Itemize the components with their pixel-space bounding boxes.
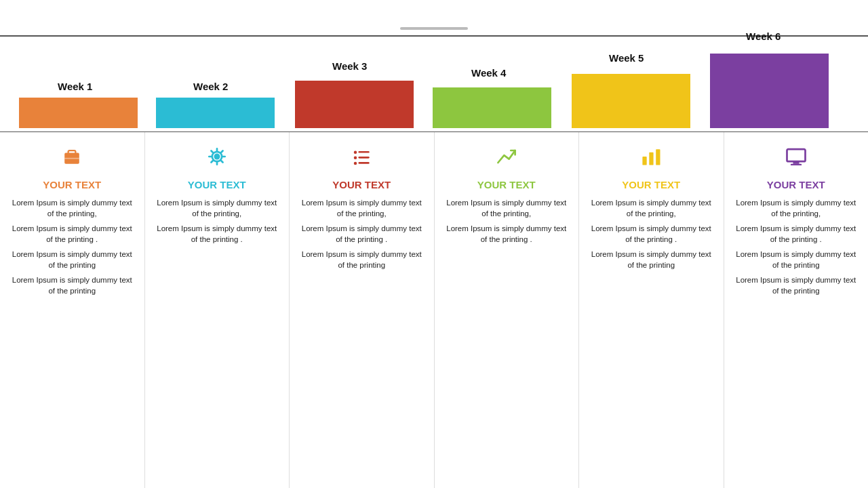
- title-underline: [400, 27, 468, 30]
- col-text-6-3: Lorem Ipsum is simply dummy text of the …: [735, 249, 858, 270]
- columns-area: YOUR TEXTLorem Ipsum is simply dummy tex…: [0, 131, 868, 489]
- col-title-1: YOUR TEXT: [43, 179, 101, 190]
- week-bar-1: [19, 98, 138, 128]
- col-text-5-3: Lorem Ipsum is simply dummy text of the …: [590, 249, 713, 270]
- col-icon-5: [639, 144, 663, 175]
- svg-rect-6: [359, 150, 370, 152]
- col-title-6: YOUR TEXT: [767, 179, 825, 190]
- col-icon-4: [494, 144, 519, 175]
- col-icon-1: [60, 144, 84, 175]
- col-text-6-2: Lorem Ipsum is simply dummy text of the …: [735, 223, 858, 245]
- col-text-6-4: Lorem Ipsum is simply dummy text of the …: [735, 274, 858, 296]
- svg-point-5: [354, 150, 357, 154]
- week-bar-4: [433, 87, 551, 128]
- column-3: YOUR TEXTLorem Ipsum is simply dummy tex…: [290, 132, 435, 489]
- column-2: YOUR TEXTLorem Ipsum is simply dummy tex…: [145, 132, 290, 489]
- col-icon-3: [349, 144, 374, 175]
- col-text-2-1: Lorem Ipsum is simply dummy text of the …: [156, 197, 279, 219]
- col-text-2-2: Lorem Ipsum is simply dummy text of the …: [156, 223, 279, 245]
- svg-point-9: [354, 161, 357, 165]
- timeline-area: Week 1Week 2Week 3Week 4Week 5Week 6 YOU…: [0, 35, 868, 488]
- week-label-4: Week 4: [471, 67, 506, 79]
- svg-rect-10: [359, 162, 370, 164]
- svg-rect-1: [68, 150, 76, 154]
- col-text-5-2: Lorem Ipsum is simply dummy text of the …: [590, 223, 713, 245]
- col-text-1-3: Lorem Ipsum is simply dummy text of the …: [11, 249, 134, 270]
- svg-point-3: [214, 153, 220, 159]
- column-1: YOUR TEXTLorem Ipsum is simply dummy tex…: [0, 132, 145, 489]
- col-icon-2: [205, 144, 229, 175]
- col-title-4: YOUR TEXT: [477, 179, 536, 190]
- col-text-6-1: Lorem Ipsum is simply dummy text of the …: [735, 197, 858, 219]
- week-bar-6: [710, 54, 829, 128]
- svg-rect-15: [793, 161, 799, 164]
- col-text-1-4: Lorem Ipsum is simply dummy text of the …: [11, 274, 134, 296]
- svg-rect-8: [359, 157, 370, 159]
- week-label-6: Week 6: [746, 30, 781, 42]
- column-4: YOUR TEXTLorem Ipsum is simply dummy tex…: [435, 132, 580, 489]
- col-title-5: YOUR TEXT: [622, 179, 680, 190]
- col-text-3-1: Lorem Ipsum is simply dummy text of the …: [300, 197, 423, 219]
- col-title-3: YOUR TEXT: [332, 179, 391, 190]
- week-label-2: Week 2: [193, 81, 228, 92]
- week-bar-3: [295, 81, 414, 128]
- col-text-1-2: Lorem Ipsum is simply dummy text of the …: [11, 223, 134, 245]
- week-bars-area: Week 1Week 2Week 3Week 4Week 5Week 6: [0, 37, 868, 131]
- column-6: YOUR TEXTLorem Ipsum is simply dummy tex…: [724, 132, 869, 489]
- slide: Week 1Week 2Week 3Week 4Week 5Week 6 YOU…: [0, 0, 868, 488]
- col-text-1-1: Lorem Ipsum is simply dummy text of the …: [11, 197, 134, 219]
- svg-rect-2: [64, 157, 79, 159]
- col-icon-6: [784, 144, 808, 175]
- col-text-4-2: Lorem Ipsum is simply dummy text of the …: [446, 223, 568, 245]
- column-5: YOUR TEXTLorem Ipsum is simply dummy tex…: [579, 132, 724, 489]
- svg-rect-13: [656, 149, 660, 165]
- svg-point-7: [354, 156, 357, 159]
- svg-rect-12: [650, 152, 654, 165]
- col-text-4-1: Lorem Ipsum is simply dummy text of the …: [446, 197, 568, 219]
- week-bar-5: [572, 74, 690, 128]
- week-label-3: Week 3: [332, 60, 367, 72]
- svg-rect-11: [643, 157, 647, 165]
- svg-rect-14: [787, 149, 805, 161]
- col-text-3-3: Lorem Ipsum is simply dummy text of the …: [300, 249, 423, 270]
- week-bar-2: [156, 98, 275, 128]
- week-label-1: Week 1: [58, 81, 92, 92]
- col-text-5-1: Lorem Ipsum is simply dummy text of the …: [590, 197, 713, 219]
- svg-rect-16: [791, 163, 802, 165]
- week-label-5: Week 5: [609, 52, 644, 64]
- col-text-3-2: Lorem Ipsum is simply dummy text of the …: [300, 223, 423, 245]
- col-title-2: YOUR TEXT: [188, 179, 246, 190]
